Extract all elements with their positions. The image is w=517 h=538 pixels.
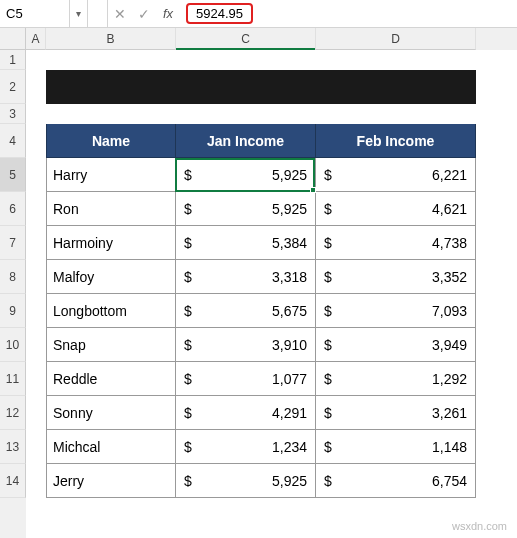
formula-input[interactable]: 5924.95: [196, 6, 243, 21]
cell[interactable]: [176, 50, 316, 70]
amount-value: 4,621: [432, 201, 469, 217]
col-header-d[interactable]: D: [316, 28, 476, 50]
grid-row: [26, 104, 517, 124]
feb-income-cell[interactable]: $1,148: [316, 430, 476, 464]
jan-income-cell[interactable]: $3,318: [176, 260, 316, 294]
dollar-icon: $: [182, 337, 192, 353]
name-cell[interactable]: Harmoiny: [46, 226, 176, 260]
header-feb[interactable]: Feb Income: [316, 124, 476, 158]
feb-income-cell[interactable]: $3,261: [316, 396, 476, 430]
row-header-12[interactable]: 12: [0, 396, 26, 430]
row-header-4[interactable]: 4: [0, 124, 26, 158]
dollar-icon: $: [182, 201, 192, 217]
name-cell[interactable]: Malfoy: [46, 260, 176, 294]
watermark: wsxdn.com: [452, 520, 507, 532]
fx-button[interactable]: fx: [156, 0, 180, 27]
row-headers: 1 2 3 4 5 6 7 8 9 10 11 12 13 14: [0, 28, 26, 538]
amount-value: 3,261: [432, 405, 469, 421]
name-cell[interactable]: Jerry: [46, 464, 176, 498]
cell[interactable]: [26, 362, 46, 396]
amount-value: 3,318: [272, 269, 309, 285]
fx-icon: fx: [163, 6, 173, 21]
name-box-dropdown[interactable]: ▾: [70, 0, 88, 27]
cell[interactable]: [26, 260, 46, 294]
amount-value: 5,384: [272, 235, 309, 251]
jan-income-cell[interactable]: $4,291: [176, 396, 316, 430]
cell[interactable]: [26, 124, 46, 158]
name-cell[interactable]: Longbottom: [46, 294, 176, 328]
cell[interactable]: [26, 464, 46, 498]
amount-value: 1,234: [272, 439, 309, 455]
name-cell[interactable]: Michcal: [46, 430, 176, 464]
grid-body: A B C D Income List: [26, 28, 517, 538]
name-box[interactable]: C5: [0, 0, 70, 27]
cell[interactable]: [26, 50, 46, 70]
table-row: Ron$5,925$4,621: [26, 192, 517, 226]
cell[interactable]: [46, 50, 176, 70]
name-cell[interactable]: Snap: [46, 328, 176, 362]
jan-income-cell[interactable]: $5,925: [176, 192, 316, 226]
col-header-a[interactable]: A: [26, 28, 46, 50]
jan-income-cell[interactable]: $3,910: [176, 328, 316, 362]
cancel-formula-button[interactable]: ✕: [108, 0, 132, 27]
row-header-7[interactable]: 7: [0, 226, 26, 260]
dollar-icon: $: [322, 303, 332, 319]
cell[interactable]: [26, 294, 46, 328]
title-cell[interactable]: [176, 70, 316, 104]
cell[interactable]: [46, 104, 176, 124]
feb-income-cell[interactable]: $7,093: [316, 294, 476, 328]
row-header-5[interactable]: 5: [0, 158, 26, 192]
row-header-2[interactable]: 2: [0, 70, 26, 104]
jan-income-cell[interactable]: $5,925: [176, 464, 316, 498]
row-header-3[interactable]: 3: [0, 104, 26, 124]
header-name[interactable]: Name: [46, 124, 176, 158]
jan-income-cell[interactable]: $5,925: [176, 158, 316, 192]
feb-income-cell[interactable]: $3,949: [316, 328, 476, 362]
cell[interactable]: [316, 104, 476, 124]
feb-income-cell[interactable]: $4,621: [316, 192, 476, 226]
accept-formula-button[interactable]: ✓: [132, 0, 156, 27]
row-header-1[interactable]: 1: [0, 50, 26, 70]
feb-income-cell[interactable]: $3,352: [316, 260, 476, 294]
table-row: Malfoy$3,318$3,352: [26, 260, 517, 294]
row-header-14[interactable]: 14: [0, 464, 26, 498]
cell[interactable]: [26, 396, 46, 430]
cell[interactable]: [26, 158, 46, 192]
name-cell[interactable]: Sonny: [46, 396, 176, 430]
feb-income-cell[interactable]: $6,754: [316, 464, 476, 498]
cell[interactable]: [176, 104, 316, 124]
row-header-9[interactable]: 9: [0, 294, 26, 328]
col-header-c[interactable]: C: [176, 28, 316, 50]
row-header-10[interactable]: 10: [0, 328, 26, 362]
cell[interactable]: [26, 70, 46, 104]
name-cell[interactable]: Ron: [46, 192, 176, 226]
cell[interactable]: [316, 50, 476, 70]
amount-value: 4,738: [432, 235, 469, 251]
name-cell[interactable]: Harry: [46, 158, 176, 192]
cell[interactable]: [26, 226, 46, 260]
feb-income-cell[interactable]: $4,738: [316, 226, 476, 260]
header-jan[interactable]: Jan Income: [176, 124, 316, 158]
select-all-corner[interactable]: [0, 28, 26, 50]
title-row: Income List: [26, 70, 517, 104]
jan-income-cell[interactable]: $5,384: [176, 226, 316, 260]
feb-income-cell[interactable]: $6,221: [316, 158, 476, 192]
row-header-6[interactable]: 6: [0, 192, 26, 226]
cell[interactable]: [26, 192, 46, 226]
name-cell[interactable]: Reddle: [46, 362, 176, 396]
cell[interactable]: [26, 104, 46, 124]
cell[interactable]: [26, 328, 46, 362]
row-header-13[interactable]: 13: [0, 430, 26, 464]
jan-income-cell[interactable]: $1,077: [176, 362, 316, 396]
amount-value: 5,925: [272, 201, 309, 217]
x-icon: ✕: [114, 6, 126, 22]
cell[interactable]: [26, 430, 46, 464]
jan-income-cell[interactable]: $1,234: [176, 430, 316, 464]
jan-income-cell[interactable]: $5,675: [176, 294, 316, 328]
table-row: Reddle$1,077$1,292: [26, 362, 517, 396]
column-headers: A B C D: [26, 28, 517, 50]
row-header-11[interactable]: 11: [0, 362, 26, 396]
col-header-b[interactable]: B: [46, 28, 176, 50]
row-header-8[interactable]: 8: [0, 260, 26, 294]
feb-income-cell[interactable]: $1,292: [316, 362, 476, 396]
